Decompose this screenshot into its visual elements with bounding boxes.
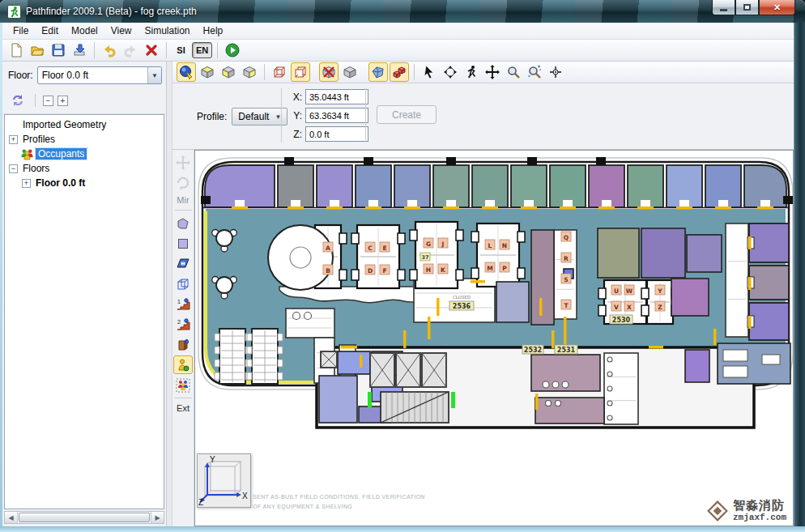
expand-all-button[interactable]: + [58,96,68,106]
menu-file[interactable]: File [6,23,35,38]
collapse-all-button[interactable]: − [43,96,53,106]
chevron-down-icon[interactable]: ▼ [147,67,161,83]
menu-bar: FileEditModelViewSimulationHelp [2,23,794,40]
tree-item-label: Occupants [36,148,87,160]
run-simulation-button[interactable] [223,40,242,60]
title-bar[interactable]: Pathfinder 2009.1 (Beta) - fog creek.pth… [0,0,805,23]
import-button[interactable] [70,40,89,60]
drawing-tool-strip: Mir12Ext [172,150,194,526]
en-units-button[interactable]: EN [192,42,212,58]
door-button[interactable] [173,335,193,354]
view-side-button[interactable] [240,62,259,82]
walk-tool-button[interactable] [462,62,481,82]
delete-button[interactable] [142,40,161,60]
new-file-button[interactable] [6,40,26,60]
drawing-disclaimer-text: SENT AS-BUILT FIELD CONDITIONS. FIELD VE… [253,492,425,512]
svg-text:Y: Y [657,287,662,295]
people-icon [20,148,36,160]
tree-item-floor-0-0-ft[interactable]: +Floor 0.0 ft [5,176,164,190]
scroll-left-arrow[interactable]: ◀ [5,512,18,523]
undo-button[interactable] [100,40,119,60]
panel-splitter[interactable] [167,62,172,526]
add-occupant-group-button[interactable] [173,376,193,394]
svg-text:L: L [488,242,492,249]
outline-mode-button[interactable] [291,62,310,82]
svg-text:N: N [502,242,507,249]
zoom-region-button[interactable] [525,62,544,82]
view-front-button[interactable] [219,62,238,82]
orientation-axes-widget: Y X Z [197,453,251,508]
x-coordinate-field[interactable]: 35.0443 ft [305,89,368,104]
y-coordinate-field[interactable]: 63.3634 ft [305,108,368,123]
window-border-bottom [0,526,805,532]
refresh-tree-button[interactable] [8,91,28,110]
scroll-right-arrow[interactable]: ▶ [151,512,164,523]
polygon-room-button[interactable] [173,214,193,232]
open-button[interactable] [28,40,47,60]
menu-model[interactable]: Model [65,23,104,38]
extract-label[interactable]: Ext [177,403,190,413]
orbit-camera-button[interactable] [441,62,460,82]
view-toolbar [172,62,794,83]
svg-text:S: S [564,276,568,283]
tree-horizontal-scrollbar[interactable]: ◀ ▶ [4,511,164,524]
floor-select[interactable]: Floor 0.0 ft ▼ [37,66,162,84]
svg-text:P: P [502,265,507,272]
z-coordinate-field[interactable]: 0.0 ft [305,126,368,142]
zoom-tool-button[interactable] [504,62,523,82]
watermark-title: 智淼消防 [733,499,786,513]
mirror-label[interactable]: Mir [177,195,189,205]
svg-text:A: A [326,245,330,252]
menu-edit[interactable]: Edit [35,23,65,38]
orbit-tool-button[interactable] [177,62,196,82]
stairs-one-point-button[interactable]: 1 [173,295,193,313]
menu-simulation[interactable]: Simulation [138,23,197,38]
si-units-button[interactable]: SI [172,42,190,58]
profile-select[interactable]: Default ▼ [232,108,288,126]
obstruction-button[interactable] [173,275,193,293]
watermark: 智淼消防 zmjaxf.com [706,499,786,522]
select-tool-button[interactable] [420,62,439,82]
show-floors-button[interactable] [368,62,388,82]
rotate-tool-button[interactable] [173,173,193,192]
maximize-button[interactable] [735,0,759,15]
tree-item-label: Floor 0.0 ft [33,177,87,189]
tree-item-label: Imported Geometry [20,119,109,130]
move-tool-button[interactable] [173,153,193,172]
expander-icon[interactable]: + [22,179,31,188]
stairs-two-point-button[interactable]: 2 [173,315,193,334]
rectangle-room-button[interactable] [173,234,193,253]
tree-item-profiles[interactable]: +Profiles [5,132,164,147]
window-title: Pathfinder 2009.1 (Beta) - fog creek.pth [26,6,197,17]
pathfinder-app-icon [7,5,21,19]
show-objects-button[interactable] [390,62,409,82]
expander-icon[interactable]: − [9,164,18,173]
redo-button[interactable] [121,40,140,60]
view-top-button[interactable] [198,62,217,82]
scrollbar-thumb[interactable] [19,513,150,522]
hide-solid-button[interactable] [319,62,339,82]
model-canvas[interactable]: ABCEDFGJHKLNMPQRSTUWVXYZ3725362532253125… [194,150,794,526]
tree-item-floors[interactable]: −Floors [5,161,164,176]
save-button[interactable] [49,40,68,60]
svg-text:2: 2 [177,319,181,325]
tree-item-imported-geometry[interactable]: Imported Geometry [5,117,164,132]
expander-icon[interactable]: + [9,135,18,144]
add-occupant-button[interactable] [173,355,193,374]
close-button[interactable]: ✕ [759,0,795,15]
create-button[interactable]: Create [377,105,437,124]
thin-room-button[interactable] [173,254,193,273]
solid-mode-button[interactable] [340,62,360,82]
menu-help[interactable]: Help [197,23,230,38]
svg-text:B: B [326,267,330,275]
z-label: Z: [291,129,302,140]
zoom-target-button[interactable] [546,62,565,82]
pan-tool-button[interactable] [483,62,502,82]
toolbar-separator [414,64,415,80]
tree-item-occupants[interactable]: Occupants [5,147,164,161]
svg-text:2530: 2530 [612,317,631,324]
floor-select-value: Floor 0.0 ft [38,70,147,81]
minimize-button[interactable] [712,0,735,15]
wireframe-mode-button[interactable] [270,62,289,82]
menu-view[interactable]: View [104,23,138,38]
